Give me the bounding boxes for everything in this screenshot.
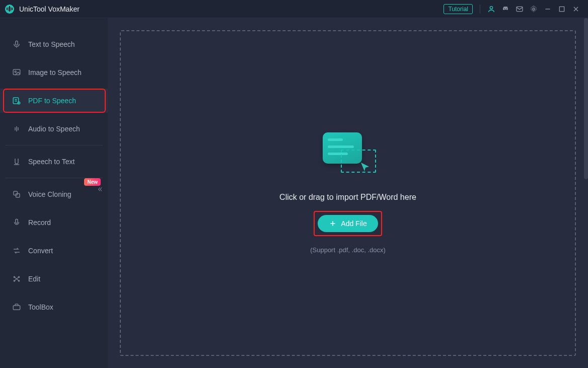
scrollbar[interactable] — [584, 18, 588, 179]
svg-rect-14 — [16, 219, 18, 223]
sidebar-item-label: Convert — [28, 247, 53, 255]
sidebar-item-image-to-speech[interactable]: Image to Speech — [0, 60, 108, 85]
sidebar-item-label: Edit — [28, 275, 40, 283]
sidebar-item-voice-cloning[interactable]: New Voice Cloning — [0, 182, 108, 206]
dropzone-text: Click or drag to import PDF/Word here — [279, 193, 416, 202]
sidebar-item-speech-to-text[interactable]: Speech to Text — [0, 150, 108, 174]
settings-icon[interactable] — [528, 3, 540, 15]
sidebar: Text to Speech Image to Speech PDF to Sp… — [0, 18, 108, 368]
mail-icon[interactable] — [513, 3, 526, 15]
sidebar-item-label: Audio to Speech — [28, 125, 80, 133]
titlebar-separator — [480, 5, 480, 14]
svg-rect-19 — [13, 306, 20, 310]
speech-text-icon — [12, 157, 21, 166]
pdf-icon — [12, 96, 21, 105]
svg-point-2 — [533, 8, 535, 10]
sidebar-item-toolbox[interactable]: ToolBox — [0, 295, 108, 319]
app-title: UnicTool VoxMaker — [19, 5, 80, 13]
add-file-label: Add File — [341, 219, 366, 228]
sidebar-item-label: ToolBox — [28, 303, 53, 311]
discord-icon[interactable] — [499, 3, 511, 15]
mic-icon — [12, 40, 21, 49]
tutorial-button[interactable]: Tutorial — [444, 4, 473, 14]
app-logo — [5, 5, 14, 14]
convert-icon — [12, 246, 21, 255]
sidebar-item-edit[interactable]: Edit — [0, 267, 108, 291]
sidebar-item-audio-to-speech[interactable]: Audio to Speech — [0, 117, 108, 141]
sidebar-item-record[interactable]: Record — [0, 210, 108, 235]
sidebar-item-label: Text to Speech — [28, 40, 75, 48]
sidebar-item-label: Speech to Text — [28, 158, 75, 166]
sidebar-item-text-to-speech[interactable]: Text to Speech — [0, 32, 108, 56]
add-file-button[interactable]: Add File — [318, 215, 378, 232]
svg-rect-7 — [16, 41, 18, 45]
edit-icon — [12, 274, 21, 283]
image-icon — [12, 68, 21, 77]
audio-icon — [12, 124, 21, 133]
svg-rect-4 — [559, 7, 564, 11]
sidebar-item-label: Image to Speech — [28, 68, 82, 77]
svg-point-9 — [15, 71, 16, 72]
plus-icon — [329, 219, 337, 228]
sidebar-item-label: Record — [28, 218, 51, 227]
titlebar: UnicTool VoxMaker Tutorial — [0, 0, 588, 18]
main-content: Click or drag to import PDF/Word here Ad… — [108, 18, 588, 368]
support-text: (Support .pdf, .doc, .docx) — [310, 246, 386, 254]
collapse-sidebar-icon[interactable] — [95, 184, 105, 194]
sidebar-item-label: PDF to Speech — [28, 97, 76, 105]
close-icon[interactable] — [570, 3, 582, 15]
sidebar-item-convert[interactable]: Convert — [0, 239, 108, 263]
cursor-icon — [359, 162, 371, 174]
maximize-icon[interactable] — [556, 3, 568, 15]
highlight-box: Add File — [314, 211, 382, 236]
minimize-icon[interactable] — [542, 3, 554, 15]
toolbox-icon — [12, 303, 21, 312]
sidebar-item-label: Voice Cloning — [28, 190, 71, 198]
dropzone-illustration — [318, 132, 378, 178]
sidebar-item-pdf-to-speech[interactable]: PDF to Speech — [0, 89, 108, 113]
import-dropzone[interactable]: Click or drag to import PDF/Word here Ad… — [120, 30, 576, 356]
svg-point-0 — [490, 6, 492, 9]
record-icon — [12, 218, 21, 227]
user-icon[interactable] — [485, 3, 497, 15]
clone-icon — [12, 190, 21, 199]
